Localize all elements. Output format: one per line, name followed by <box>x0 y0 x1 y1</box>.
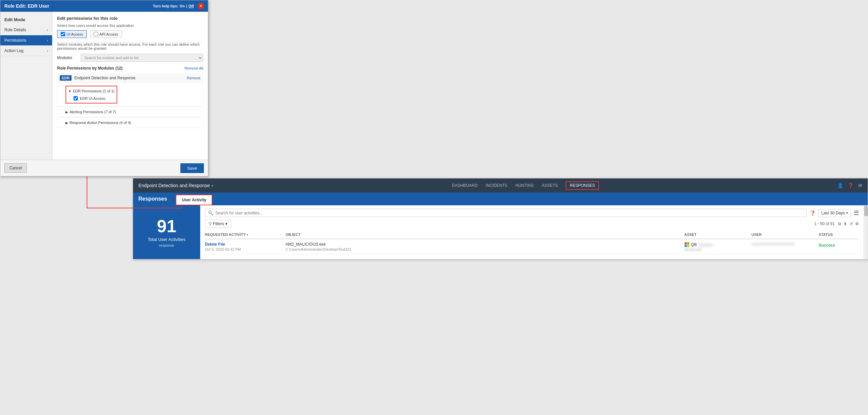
ui-access-label: UI Access <box>66 32 83 36</box>
modules-row: Modules Search for module and add to lis… <box>57 54 203 62</box>
save-button[interactable]: Save <box>180 163 204 173</box>
search-box[interactable]: 🔍 <box>205 209 807 217</box>
table-help-icon[interactable]: ❓ <box>810 210 815 216</box>
nav-responses[interactable]: RESPONSES <box>566 181 599 190</box>
mail-icon[interactable]: ✉ <box>858 183 862 188</box>
tab-user-activity[interactable]: User Activity <box>176 195 212 205</box>
sidebar-item-permissions[interactable]: Permissions › <box>0 35 52 46</box>
status-value: Success <box>818 243 835 248</box>
api-access-label: API Access <box>99 32 118 36</box>
modal-close-button[interactable]: ✕ <box>198 3 204 9</box>
permission-group-edr: ▼ EDR Permissions (1 of 1) EDR UI Access <box>57 83 203 107</box>
settings-icon[interactable]: ⚙ <box>855 221 859 226</box>
filters-button[interactable]: ▽ Filters ▾ <box>205 220 231 228</box>
svg-rect-2 <box>685 245 687 247</box>
cancel-button[interactable]: Cancel <box>4 163 27 173</box>
alerting-permissions-header[interactable]: ▶ Alerting Permissions (7 of 7) <box>65 108 200 116</box>
modal-footer: Cancel Save <box>0 159 208 176</box>
help-off[interactable]: Off <box>188 4 194 8</box>
edr-ui-access-checkbox[interactable] <box>73 96 78 100</box>
remove-all-button[interactable]: Remove All <box>184 66 203 70</box>
filters-row: ▽ Filters ▾ 1 - 50 of 91 ⧉ ⬇ ↺ ⚙ <box>205 220 859 228</box>
header-status: STATUS <box>818 233 859 237</box>
responses-section: Responses User Activity 91 Total User Ac… <box>133 192 868 259</box>
header-requested-activity[interactable]: REQUESTED ACTIVITY ▾ <box>205 233 285 237</box>
module-header: EDR Endpoint Detection and Response Remo… <box>57 73 203 83</box>
nav-incidents[interactable]: INCIDENTS <box>486 179 507 192</box>
stats-sub: response <box>159 243 174 247</box>
row-activity: Delete File Oct 5, 2020 02:42 PM <box>205 242 285 251</box>
copy-icon[interactable]: ⧉ <box>838 221 841 226</box>
edr-ui-access-label: EDR UI Access <box>80 96 105 100</box>
api-access-checkbox[interactable] <box>94 32 98 36</box>
edr-permissions-header[interactable]: ▼ EDR Permissions (1 of 1) <box>68 87 115 95</box>
activity-date: Oct 5, 2020 02:42 PM <box>205 247 285 251</box>
filters-arrow-icon: ▾ <box>225 221 227 226</box>
connector-arrow: → <box>178 205 183 210</box>
responses-title: Responses <box>133 192 172 205</box>
date-range-arrow-icon: ▾ <box>846 211 848 215</box>
date-range-label: Last 30 Days <box>821 211 845 215</box>
sidebar-item-action-log[interactable]: Action Log › <box>0 46 52 56</box>
content-subtitle: Select how users would access this appli… <box>57 24 203 28</box>
user-icon[interactable]: 👤 <box>837 183 843 188</box>
stats-number: 91 <box>157 217 176 235</box>
activity-name[interactable]: Delete File <box>205 242 285 247</box>
modules-select[interactable]: Search for module and add to list <box>81 54 203 62</box>
sort-icon-activity: ▾ <box>247 233 248 237</box>
object-name: AM2_MALICIOUS.exe <box>285 242 684 247</box>
modal-header: Role Edit: EDR User Turn help tips: On |… <box>0 0 208 12</box>
response-action-permissions-header[interactable]: ▶ Response Action Permissions (4 of 4) <box>65 119 200 126</box>
modal-help-tips: Turn help tips: On | Off ✕ <box>153 3 204 9</box>
table-headers: REQUESTED ACTIVITY ▾ OBJECT ASSET USER S… <box>205 231 859 239</box>
ui-access-checkbox[interactable] <box>61 32 65 36</box>
date-range-selector[interactable]: Last 30 Days ▾ <box>818 209 851 217</box>
nav-dashboard[interactable]: DASHBOARD <box>452 179 478 192</box>
download-icon[interactable]: ⬇ <box>843 221 847 226</box>
scroll-thumb[interactable] <box>864 206 868 216</box>
connector-line-h1 <box>87 208 182 208</box>
permission-group-response-action: ▶ Response Action Permissions (4 of 4) <box>57 117 203 128</box>
sidebar-section-title: Edit Mode <box>0 14 52 25</box>
chevron-right-icon: › <box>47 28 48 32</box>
edr-topbar: Endpoint Detection and Response ▾ DASHBO… <box>133 178 868 192</box>
table-panel: 🔍 ❓ Last 30 Days ▾ ☰ ▽ Filters ▾ <box>200 205 864 259</box>
module-remove-button[interactable]: Remove <box>187 76 200 80</box>
windows-icon <box>684 242 690 247</box>
content-heading: Edit permissions for this role <box>57 16 203 21</box>
scrollbar[interactable] <box>864 205 868 259</box>
sidebar-item-role-details[interactable]: Role Details › <box>0 25 52 35</box>
edr-nav-icons: 👤 ❓ ✉ <box>837 183 862 188</box>
edr-app-title: Endpoint Detection and Response ▾ <box>138 183 213 188</box>
tab-bar: User Activity <box>172 195 213 205</box>
svg-rect-0 <box>685 242 687 245</box>
help-on[interactable]: On <box>180 4 185 8</box>
filters-label: Filters <box>213 221 224 226</box>
role-edit-modal: Role Edit: EDR User Turn help tips: On |… <box>0 0 208 176</box>
stats-label: Total User Activities <box>148 237 186 242</box>
permission-group-alerting: ▶ Alerting Permissions (7 of 7) <box>57 107 203 117</box>
response-action-permissions-label: Response Action Permissions (4 of 4) <box>69 121 131 125</box>
search-input[interactable] <box>215 211 804 215</box>
row-user: XXXXXXXXXXXXXXXX <box>751 242 818 247</box>
pagination-info: 1 - 50 of 91 ⧉ ⬇ ↺ ⚙ <box>814 221 859 226</box>
ui-access-option: UI Access <box>57 30 87 38</box>
refresh-icon[interactable]: ↺ <box>849 221 853 226</box>
stats-panel: 91 Total User Activities response <box>133 205 200 259</box>
row-asset: QB xxxxxxxx 10.xxx.xxx <box>684 242 751 251</box>
module-block-edr: EDR Endpoint Detection and Response Remo… <box>57 73 203 128</box>
edr-title-dropdown-icon[interactable]: ▾ <box>212 184 213 187</box>
asset-suffix: xxxxxxxx <box>698 243 713 247</box>
nav-hunting[interactable]: HUNTING <box>515 179 534 192</box>
asset-name: QB xxxxxxxx <box>684 242 751 247</box>
help-icon[interactable]: ❓ <box>848 183 854 188</box>
header-user: USER <box>751 233 818 237</box>
asset-ip: 10.xxx.xxx <box>684 247 751 251</box>
edr-permissions-label: EDR Permissions (1 of 1) <box>73 89 115 93</box>
modal-sidebar: Edit Mode Role Details › Permissions › A… <box>0 12 53 159</box>
table-menu-icon[interactable]: ☰ <box>854 209 859 217</box>
nav-assets[interactable]: ASSETS <box>542 179 558 192</box>
user-name: XXXXXXXXXXXXXXXX <box>751 242 818 247</box>
sidebar-label-role-details: Role Details <box>4 28 26 32</box>
search-icon: 🔍 <box>208 210 213 215</box>
